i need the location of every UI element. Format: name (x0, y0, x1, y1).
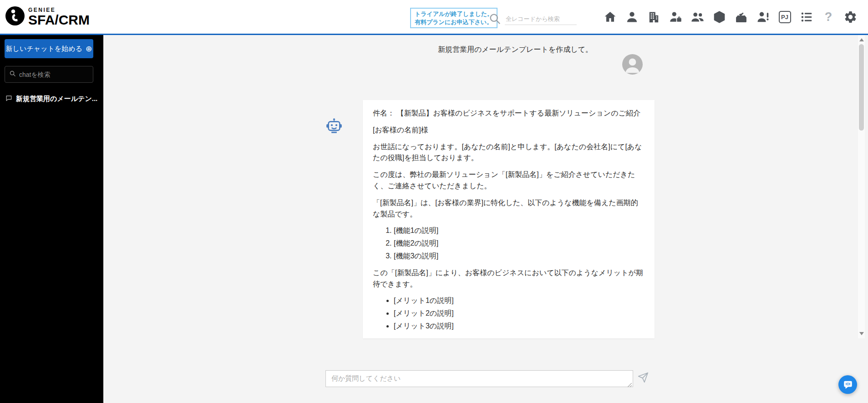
email-product-desc: 「[新製品名]」は、[お客様の業界]に特化した、以下のような機能を備えた画期的な… (373, 197, 645, 220)
product-icon[interactable] (711, 5, 727, 28)
contact-icon[interactable] (624, 5, 640, 28)
new-chat-button[interactable]: 新しいチャットを始める ⊕ (5, 39, 93, 58)
merit-list: [メリット1の説明] [メリット2の説明] [メリット3の説明] (373, 295, 645, 332)
home-icon[interactable] (602, 5, 618, 28)
plus-circle-icon: ⊕ (86, 45, 92, 53)
support-chat-widget-button[interactable] (838, 375, 857, 394)
trial-expired-notice[interactable]: トライアルが終了しました。 有料プランにお申込下さい。 (410, 8, 497, 28)
brand-main-label: SFA/CRM (28, 13, 90, 27)
feature-list: [機能1の説明] [機能2の説明] [機能3の説明] (373, 225, 645, 262)
merit-item: [メリット1の説明] (394, 295, 645, 307)
chat-scrollbar[interactable] (858, 35, 865, 338)
global-search (488, 12, 577, 25)
team-icon[interactable] (689, 5, 706, 28)
composer-input[interactable] (325, 370, 633, 387)
feature-item: [機能2の説明] (394, 238, 645, 249)
email-merit-intro: この「[新製品名]」により、お客様のビジネスにおいて以下のようなメリットが期待で… (373, 267, 645, 290)
user-avatar (622, 54, 643, 75)
project-icon[interactable]: PJ (777, 5, 793, 28)
chat-history-item-label: 新規営業用のメールテン... (16, 95, 97, 103)
settings-gear-icon[interactable] (842, 5, 858, 28)
email-purpose: この度は、弊社の最新ソリューション「[新製品名]」をご紹介させていただきたく、ご… (373, 169, 645, 192)
chat-main-area: 新規営業用のメールテンプレートを作成して。 件名： 【新製品】お客様のビジネスを… (103, 35, 868, 403)
feature-item: [機能3の説明] (394, 251, 645, 262)
alert-person-icon[interactable] (755, 5, 771, 28)
trial-notice-line1: トライアルが終了しました。 (415, 10, 493, 18)
geniee-logo[interactable]: GENIEE SFA/CRM (5, 6, 90, 27)
chat-history-item[interactable]: 新規営業用のメールテン... (0, 91, 103, 107)
email-intro: お世話になっております。[あなたの名前]と申します。[あなたの会社名]にて[あな… (373, 141, 645, 164)
search-icon (9, 70, 16, 79)
chat-search (5, 66, 93, 83)
chat-bubble-icon (5, 95, 12, 103)
sales-person-icon[interactable] (667, 5, 684, 28)
scroll-down-arrow[interactable] (858, 330, 865, 337)
company-icon[interactable] (645, 5, 662, 28)
feature-item: [機能1の説明] (394, 225, 645, 237)
chat-sidebar: 新しいチャットを始める ⊕ 新規営業用のメールテン... (0, 35, 103, 403)
user-message: 新規営業用のメールテンプレートを作成して。 (438, 45, 593, 55)
send-button[interactable] (636, 371, 649, 384)
email-greeting: [お客様の名前]様 (373, 125, 645, 136)
search-icon[interactable] (488, 12, 501, 25)
trial-notice-line2: 有料プランにお申込下さい。 (415, 18, 493, 26)
chat-search-input[interactable] (19, 71, 89, 78)
merit-item: [メリット3の説明] (394, 321, 645, 332)
scrollbar-thumb[interactable] (859, 44, 864, 131)
merit-item: [メリット2の説明] (394, 308, 645, 319)
composer (325, 370, 633, 387)
geniee-logo-icon (5, 6, 25, 27)
assistant-message-card: 件名： 【新製品】お客様のビジネスをサポートする最新ソリューションのご紹介 [お… (363, 100, 655, 338)
email-closing: お客様のビジネスに最適なソリューションを提供できると確信しております。ぜひ、お気… (373, 338, 645, 338)
new-chat-button-label: 新しいチャットを始める (6, 45, 82, 53)
help-icon[interactable]: ? (820, 5, 837, 28)
bot-robot-icon (325, 117, 343, 136)
chat-history-list: 新規営業用のメールテン... (0, 91, 103, 107)
brand-text: GENIEE SFA/CRM (28, 6, 90, 27)
list-icon[interactable] (798, 5, 815, 28)
approval-box-icon[interactable] (733, 5, 749, 28)
help-icon-label: ? (825, 10, 832, 24)
email-subject-line: 件名： 【新製品】お客様のビジネスをサポートする最新ソリューションのご紹介 (373, 108, 645, 119)
global-search-input[interactable] (505, 13, 577, 25)
resize-handle-icon[interactable] (627, 381, 632, 386)
header-nav: PJ ? (602, 5, 858, 28)
project-icon-label: PJ (779, 11, 791, 23)
scroll-up-arrow[interactable] (858, 36, 865, 43)
app-header: GENIEE SFA/CRM トライアルが終了しました。 有料プランにお申込下さ… (0, 0, 868, 35)
